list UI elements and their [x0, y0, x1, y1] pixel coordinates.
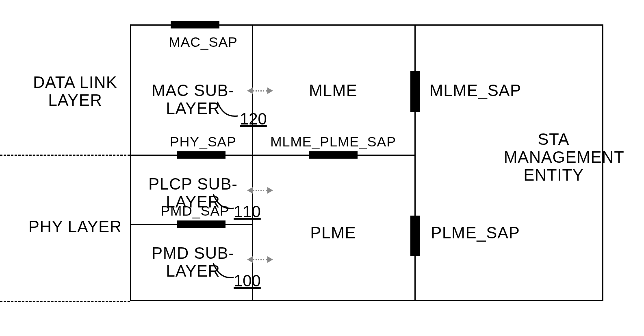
label-mac-sap: MAC_SAP [163, 35, 244, 50]
dash-bottom-left [0, 301, 130, 302]
arrow-mac-left-icon [247, 87, 253, 94]
refnum-120: 120 [240, 110, 267, 128]
mac-sap-block [171, 21, 219, 28]
label-phy-sap: PHY_SAP [163, 134, 244, 149]
arrow-pmd-right-icon [267, 256, 273, 263]
pmd-sap-block [177, 220, 226, 228]
label-phy-layer: PHY LAYER [24, 218, 126, 236]
diagram-container: DATA LINK LAYER PHY LAYER MAC_SAP PHY_SA… [24, 24, 620, 312]
label-sta-mgmt-entity: STA MANAGEMENT ENTITY [504, 130, 603, 184]
label-mlme-plme-sap: MLME_PLME_SAP [268, 134, 398, 149]
plme-sap-block [410, 216, 420, 256]
arrow-plcp-line [253, 190, 267, 191]
dash-top-left [0, 155, 130, 156]
phy-sap-block [177, 151, 226, 159]
arrow-plcp-right-icon [267, 187, 273, 194]
arrow-mac-right-icon [267, 87, 273, 94]
label-mlme: MLME [276, 81, 390, 99]
refnum-110: 110 [234, 203, 261, 221]
label-plme-sap: PLME_SAP [425, 224, 526, 242]
mlme-sap-block [410, 71, 420, 112]
vline-mgmt-sta [414, 24, 416, 301]
arrow-plcp-left-icon [247, 187, 253, 194]
mlme-plme-sap-block [309, 151, 358, 159]
arrow-pmd-left-icon [247, 256, 253, 263]
refnum-100: 100 [234, 272, 261, 290]
label-mlme-sap: MLME_SAP [425, 81, 526, 99]
label-plme: PLME [276, 224, 390, 242]
hline-mac-phy [130, 155, 414, 156]
arrow-pmd-line [253, 259, 267, 260]
label-data-link-layer: DATA LINK LAYER [24, 73, 126, 109]
arrow-mac-line [253, 90, 267, 92]
